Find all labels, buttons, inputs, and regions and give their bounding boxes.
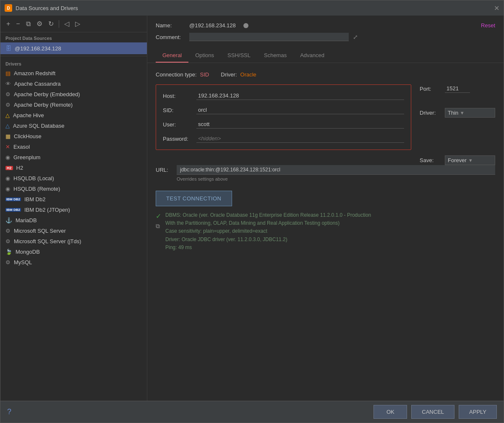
tab-general[interactable]: General bbox=[156, 49, 188, 63]
driver-label: HSQLDB (Remote) bbox=[13, 186, 60, 192]
driver-item-apache-derby-remote[interactable]: ⚙ Apache Derby (Remote) bbox=[0, 100, 147, 110]
expand-comment-button[interactable]: ⤢ bbox=[353, 34, 358, 40]
forward-button[interactable]: ▷ bbox=[73, 19, 82, 29]
driver-icon-amazon-redshift: ▤ bbox=[5, 70, 10, 76]
driver-item-apache-cassandra[interactable]: 👁 Apache Cassandra bbox=[0, 79, 147, 89]
connection-info-row: ✓ ⧉ DBMS: Oracle (ver. Oracle Database 1… bbox=[156, 211, 495, 252]
minus-button[interactable]: − bbox=[14, 19, 21, 29]
drivers-list: ▤ Amazon Redshift 👁 Apache Cassandra ⚙ A… bbox=[0, 68, 147, 401]
driver-item-exasol[interactable]: ✕ Exasol bbox=[0, 142, 147, 152]
driver-item-apache-hive[interactable]: △ Apache Hive bbox=[0, 110, 147, 121]
driver-icon-h2: H2 bbox=[5, 166, 13, 170]
driver-item-mysql[interactable]: ⚙ MySQL bbox=[0, 257, 147, 268]
driver-icon-azure-sql: △ bbox=[5, 123, 10, 129]
driver-icon-apache-derby-embedded: ⚙ bbox=[5, 91, 10, 97]
driver-icon-mysql: ⚙ bbox=[5, 259, 10, 265]
driver-label: Azure SQL Database bbox=[13, 123, 64, 129]
password-label: Password: bbox=[163, 136, 196, 142]
driver-item-mongodb[interactable]: 🍃 MongoDB bbox=[0, 247, 147, 257]
selected-datasource[interactable]: 🗄 @192.168.234.128 bbox=[0, 42, 147, 54]
driver-icon-apache-derby-remote: ⚙ bbox=[5, 102, 10, 108]
add-button[interactable]: + bbox=[5, 19, 12, 29]
tab-advanced[interactable]: Advanced bbox=[293, 49, 331, 63]
ok-button[interactable]: OK bbox=[373, 405, 407, 419]
tabs-container: General Options SSH/SSL Schemas Advanced bbox=[156, 45, 495, 63]
driver-label: Amazon Redshift bbox=[14, 70, 55, 76]
driver-item-apache-derby-embedded[interactable]: ⚙ Apache Derby (Embedded) bbox=[0, 89, 147, 100]
driver-item-ibm-db2[interactable]: IBM DB2 IBM Db2 bbox=[0, 194, 147, 205]
driver-item-hsqldb-local[interactable]: ◉ HSQLDB (Local) bbox=[0, 173, 147, 184]
test-connection-button[interactable]: TEST CONNECTION bbox=[156, 191, 232, 206]
driver-item-azure-sql[interactable]: △ Azure SQL Database bbox=[0, 121, 147, 131]
comment-input[interactable] bbox=[189, 33, 349, 41]
check-icon: ✓ bbox=[156, 212, 161, 220]
sid-label: SID: bbox=[163, 107, 196, 113]
titlebar-left: D Data Sources and Drivers bbox=[5, 4, 78, 12]
copy-result-icon[interactable]: ⧉ bbox=[156, 223, 161, 230]
close-button[interactable]: ✕ bbox=[494, 4, 499, 12]
user-input[interactable] bbox=[196, 120, 404, 129]
driver-item-amazon-redshift[interactable]: ▤ Amazon Redshift bbox=[0, 68, 147, 79]
main-header: Name: @192.168.234.128 Reset Comment: ⤢ … bbox=[147, 16, 504, 63]
driver-dropdown-chevron: ▾ bbox=[461, 110, 464, 116]
settings-button[interactable]: ⚙ bbox=[35, 19, 44, 29]
tab-options[interactable]: Options bbox=[188, 49, 221, 63]
password-input[interactable] bbox=[196, 134, 404, 143]
user-label: User: bbox=[163, 121, 196, 128]
help-icon[interactable]: ? bbox=[7, 407, 11, 416]
driver-label: Greenplum bbox=[13, 154, 40, 160]
driver-icon-mariadb: ⚓ bbox=[5, 217, 12, 223]
driver-item-greenplum[interactable]: ◉ Greenplum bbox=[0, 152, 147, 163]
comment-label: Comment: bbox=[156, 34, 185, 40]
form-area: Host: SID: User: bbox=[156, 84, 495, 165]
url-label: URL: bbox=[156, 167, 172, 173]
tab-ssh-ssl[interactable]: SSH/SSL bbox=[221, 49, 257, 63]
driver-icon-exasol: ✕ bbox=[5, 144, 10, 150]
driver-label: Apache Cassandra bbox=[14, 81, 61, 87]
driver-icon-clickhouse: ▦ bbox=[5, 133, 10, 139]
driver-label: Apache Derby (Remote) bbox=[14, 102, 73, 108]
driver-dropdown[interactable]: Thin ▾ bbox=[445, 108, 495, 118]
back-button[interactable]: ◁ bbox=[63, 19, 71, 29]
sid-input[interactable] bbox=[196, 106, 404, 114]
driver-item-mssql[interactable]: ⚙ Microsoft SQL Server bbox=[0, 226, 147, 236]
driver-icon-mongodb: 🍃 bbox=[5, 249, 12, 255]
refresh-button[interactable]: ↻ bbox=[47, 19, 55, 29]
driver-label: Microsoft SQL Server (jTds) bbox=[14, 238, 81, 244]
driver-label: Microsoft SQL Server bbox=[14, 228, 66, 234]
port-input[interactable] bbox=[445, 84, 470, 93]
drivers-title: Drivers bbox=[0, 58, 147, 68]
driver-icon-ibm-db2: IBM DB2 bbox=[5, 197, 21, 201]
host-field: Host: bbox=[163, 92, 404, 100]
sidebar: + − ⧉ ⚙ ↻ ◁ ▷ Project Data Sources 🗄 @19… bbox=[0, 16, 147, 401]
driver-item-ibm-db2-jtopen[interactable]: IBM DB2 IBM Db2 (JTOpen) bbox=[0, 205, 147, 215]
driver-icon-apache-hive: △ bbox=[5, 112, 10, 118]
right-panel: Port: Driver: Thin ▾ Save: bbox=[411, 84, 495, 165]
save-dropdown[interactable]: Forever ▾ bbox=[445, 155, 495, 165]
save-dropdown-value: Forever bbox=[448, 157, 467, 163]
content-area: + − ⧉ ⚙ ↻ ◁ ▷ Project Data Sources 🗄 @19… bbox=[0, 16, 504, 401]
driver-item-mssql-jtds[interactable]: ⚙ Microsoft SQL Server (jTds) bbox=[0, 236, 147, 247]
cancel-button[interactable]: CANCEL bbox=[411, 405, 454, 419]
bottom-bar: ? OK CANCEL APPLY bbox=[0, 401, 504, 423]
save-row: Save: Forever ▾ bbox=[420, 155, 495, 165]
driver-item-clickhouse[interactable]: ▦ ClickHouse bbox=[0, 131, 147, 142]
apply-button[interactable]: APPLY bbox=[459, 405, 497, 419]
reset-button[interactable]: Reset bbox=[481, 22, 495, 29]
main-panel: Name: @192.168.234.128 Reset Comment: ⤢ … bbox=[147, 16, 504, 401]
url-input[interactable] bbox=[177, 165, 495, 175]
driver-label: ClickHouse bbox=[14, 133, 42, 139]
driver-item-mariadb[interactable]: ⚓ MariaDB bbox=[0, 215, 147, 226]
driver-icon-ibm-db2-jtopen: IBM DB2 bbox=[5, 208, 21, 212]
status-indicator bbox=[243, 23, 248, 28]
host-input[interactable] bbox=[196, 92, 404, 100]
driver-icon-hsqldb-local: ◉ bbox=[5, 175, 10, 181]
sidebar-toolbar: + − ⧉ ⚙ ↻ ◁ ▷ bbox=[0, 16, 147, 32]
tab-schemas[interactable]: Schemas bbox=[257, 49, 293, 63]
copy-button[interactable]: ⧉ bbox=[24, 19, 32, 29]
driver-item-h2[interactable]: H2 H2 bbox=[0, 163, 147, 173]
driver-label: IBM Db2 (JTOpen) bbox=[24, 207, 70, 213]
port-label: Port: bbox=[420, 86, 441, 92]
driver-item-hsqldb-remote[interactable]: ◉ HSQLDB (Remote) bbox=[0, 184, 147, 194]
driver-label: Apache Derby (Embedded) bbox=[14, 91, 80, 97]
